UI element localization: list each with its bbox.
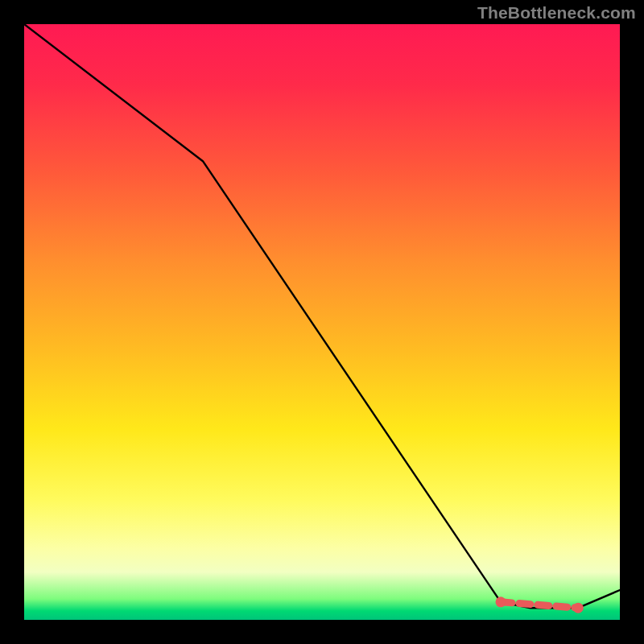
watermark-text: TheBottleneck.com xyxy=(477,3,636,23)
chart-container: TheBottleneck.com xyxy=(0,0,644,644)
plot-gradient-area xyxy=(24,24,620,620)
